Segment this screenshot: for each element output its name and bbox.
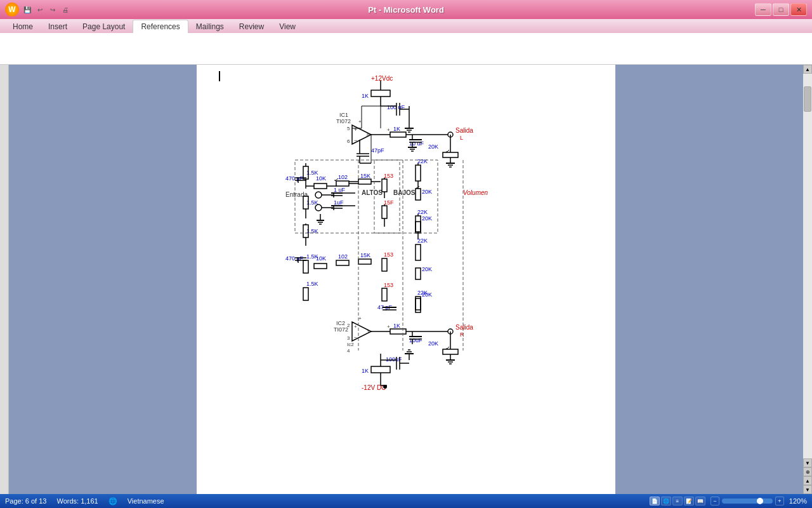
- svg-text:1 uF: 1 uF: [334, 187, 346, 193]
- view-buttons: 📄 🌐 ≡ 📝 📖: [650, 497, 705, 505]
- svg-text:1K: 1K: [362, 368, 369, 374]
- redo-qa-btn[interactable]: ↪: [47, 4, 58, 15]
- volumen-label: Volumen: [463, 189, 488, 196]
- print-qa-btn[interactable]: 🖨: [60, 4, 71, 15]
- svg-rect-125: [314, 264, 327, 269]
- svg-text:22K: 22K: [417, 158, 428, 164]
- svg-rect-158: [390, 329, 406, 334]
- tab-review[interactable]: Review: [232, 20, 272, 33]
- svg-rect-84: [314, 184, 327, 189]
- svg-rect-191: [371, 366, 390, 373]
- scroll-extra-btn1[interactable]: ⊕: [803, 467, 812, 476]
- zoom-slider[interactable]: [722, 498, 773, 504]
- window-title: Pt - Microsoft Word: [368, 5, 444, 15]
- svg-rect-97: [358, 179, 371, 184]
- svg-rect-135: [416, 244, 421, 260]
- status-right: 📄 🌐 ≡ 📝 📖 − + 120%: [650, 497, 807, 505]
- document-area: +12Vdc 1K 100 uF: [9, 65, 803, 494]
- svg-text:1.5K: 1.5K: [306, 281, 318, 287]
- close-button[interactable]: ✕: [790, 3, 807, 16]
- svg-text:153: 153: [384, 282, 393, 288]
- undo-qa-btn[interactable]: ↩: [34, 4, 46, 15]
- tab-pagelayout[interactable]: Page Layout: [75, 20, 133, 33]
- svg-text:15K: 15K: [360, 173, 370, 179]
- svg-rect-129: [358, 259, 371, 264]
- scroll-up-button[interactable]: ▲: [803, 65, 812, 74]
- svg-text:10 uF: 10 uF: [409, 140, 424, 147]
- tab-home[interactable]: Home: [5, 20, 41, 33]
- svg-text:L: L: [460, 135, 463, 141]
- office-logo: W: [5, 3, 19, 17]
- svg-text:22K: 22K: [417, 209, 428, 215]
- entrada-label: Entrada: [285, 191, 308, 198]
- ribbon-body: [0, 33, 812, 65]
- svg-rect-169: [443, 349, 458, 354]
- svg-text:8: 8: [367, 132, 370, 138]
- svg-text:4: 4: [347, 348, 350, 354]
- status-bar: Page: 6 of 13 Words: 1,161 🌐 Vietnamese …: [0, 494, 812, 508]
- scroll-extra-btn2[interactable]: ▲: [803, 476, 812, 485]
- svg-text:102: 102: [338, 174, 348, 180]
- svg-text:153: 153: [384, 173, 393, 179]
- view-outline-btn[interactable]: ≡: [672, 497, 683, 505]
- svg-text:47pF: 47pF: [371, 147, 384, 154]
- scroll-extra-btn3[interactable]: ▼: [803, 485, 812, 494]
- ic2-type: TI072: [334, 326, 348, 333]
- svg-text:22K: 22K: [417, 237, 428, 244]
- svg-text:10K: 10K: [316, 175, 326, 182]
- svg-rect-101: [382, 179, 387, 192]
- svg-rect-24: [390, 132, 406, 137]
- view-draft-btn[interactable]: 📝: [684, 497, 694, 505]
- circuit-svg: +12Vdc 1K 100 uF: [222, 71, 590, 490]
- zoom-level: 120%: [789, 497, 807, 505]
- scroll-thumb[interactable]: [804, 86, 811, 112]
- svg-text:2: 2: [347, 323, 350, 328]
- zoom-in-button[interactable]: +: [775, 497, 784, 505]
- svg-rect-127: [336, 260, 349, 265]
- ic1-type: TI072: [336, 118, 351, 124]
- svg-rect-38: [443, 152, 458, 157]
- svg-text:20K: 20K: [422, 266, 432, 272]
- save-qa-btn[interactable]: 💾: [22, 4, 33, 15]
- window-controls: ─ □ ✕: [755, 3, 807, 16]
- bajos-label: BAJOS: [393, 189, 416, 196]
- svg-rect-131: [382, 258, 387, 271]
- altos-label: ALTOS: [362, 189, 383, 196]
- svg-rect-133: [303, 288, 308, 300]
- svg-text:Ic2: Ic2: [347, 342, 354, 347]
- svg-text:20K: 20K: [428, 340, 438, 347]
- tab-references[interactable]: References: [133, 20, 188, 33]
- document-page: +12Vdc 1K 100 uF: [197, 65, 615, 494]
- page-info: Page: 6 of 13: [5, 497, 46, 505]
- svg-rect-61: [416, 189, 421, 200]
- svg-text:6: 6: [347, 138, 350, 144]
- svg-text:20K: 20K: [428, 144, 438, 150]
- minimize-button[interactable]: ─: [755, 3, 771, 16]
- svg-text:1uF: 1uF: [334, 199, 344, 206]
- ic1-label: IC1: [339, 112, 348, 118]
- svg-text:20K: 20K: [422, 291, 432, 298]
- scroll-down-button[interactable]: ▼: [803, 458, 812, 467]
- view-read-btn[interactable]: 📖: [695, 497, 705, 505]
- svg-rect-105: [382, 206, 387, 218]
- maximize-button[interactable]: □: [773, 3, 789, 16]
- svg-text:1K: 1K: [393, 323, 400, 329]
- view-print-btn[interactable]: 📄: [650, 497, 660, 505]
- tab-mailings[interactable]: Mailings: [188, 20, 232, 33]
- vertical-scrollbar: ▲ ▼ ⊕ ▲ ▼: [803, 65, 812, 494]
- svg-rect-57: [416, 216, 421, 232]
- tab-view[interactable]: View: [272, 20, 303, 33]
- status-left: Page: 6 of 13 Words: 1,161 🌐 Vietnamese: [5, 497, 164, 505]
- tab-insert[interactable]: Insert: [41, 20, 75, 33]
- circuit-diagram: +12Vdc 1K 100 uF: [222, 71, 590, 490]
- view-web-btn[interactable]: 🌐: [661, 497, 671, 505]
- word-count: Words: 1,161: [56, 497, 98, 505]
- bajos-boundary: [374, 160, 438, 233]
- entrada-r-input: [315, 204, 322, 211]
- svg-text:−: −: [354, 335, 357, 340]
- scroll-track[interactable]: [803, 74, 812, 458]
- zoom-out-button[interactable]: −: [710, 497, 719, 505]
- title-bar-left: W 💾 ↩ ↪ 🖨: [5, 3, 71, 17]
- svg-text:+: +: [354, 126, 357, 133]
- svg-text:+: +: [358, 119, 362, 124]
